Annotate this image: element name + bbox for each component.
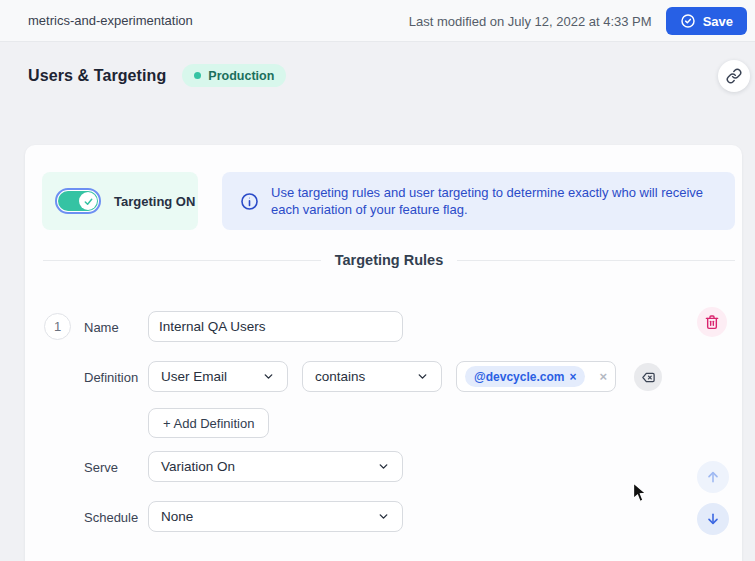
arrow-down-icon (705, 511, 721, 527)
environment-badge: Production (182, 64, 286, 87)
chevron-down-icon (377, 510, 390, 523)
targeting-toggle[interactable] (55, 188, 101, 214)
rule-name-input[interactable] (148, 311, 403, 342)
targeting-rules-title: Targeting Rules (335, 252, 444, 268)
chevron-down-icon (377, 460, 390, 473)
schedule-label: Schedule (84, 510, 138, 525)
save-button-label: Save (703, 14, 733, 29)
trash-icon (704, 314, 720, 330)
toggle-knob (79, 192, 97, 210)
rule-index-badge: 1 (44, 313, 71, 340)
save-button[interactable]: Save (666, 7, 747, 35)
move-rule-up-button[interactable] (697, 461, 729, 493)
toggle-track (58, 191, 98, 211)
comparator-select[interactable]: contains (302, 361, 442, 392)
value-tag-label: @devcycle.com (474, 370, 564, 384)
name-label: Name (84, 320, 119, 335)
divider-line-right (457, 260, 735, 261)
environment-dot-icon (194, 72, 201, 79)
info-banner: Use targeting rules and user targeting t… (222, 172, 735, 230)
divider-line-left (43, 260, 321, 261)
targeting-card: Targeting ON Use targeting rules and use… (25, 145, 742, 561)
link-icon (726, 68, 742, 84)
property-select[interactable]: User Email (148, 361, 288, 392)
last-modified-text: Last modified on July 12, 2022 at 4:33 P… (409, 14, 652, 29)
breadcrumb[interactable]: metrics-and-experimentation (28, 13, 193, 28)
schedule-select-value: None (161, 509, 193, 524)
topbar-right: Last modified on July 12, 2022 at 4:33 P… (409, 0, 747, 42)
targeting-toggle-box: Targeting ON (42, 172, 198, 230)
value-tag: @devcycle.com × (465, 366, 585, 387)
delete-rule-button[interactable] (697, 307, 727, 337)
definition-value-input[interactable]: @devcycle.com × × (456, 361, 616, 392)
targeting-rules-divider: Targeting Rules (43, 252, 735, 268)
serve-label: Serve (84, 460, 118, 475)
app-screen: metrics-and-experimentation Last modifie… (0, 0, 755, 561)
top-bar: metrics-and-experimentation Last modifie… (0, 0, 755, 42)
serve-select[interactable]: Variation On (148, 451, 403, 482)
chevron-down-icon (262, 370, 275, 383)
input-clear-icon[interactable]: × (599, 369, 607, 384)
info-icon (240, 192, 259, 211)
backspace-icon (641, 370, 656, 385)
info-banner-text: Use targeting rules and user targeting t… (271, 184, 719, 218)
environment-badge-label: Production (208, 69, 274, 83)
definition-label: Definition (84, 370, 138, 385)
add-definition-button[interactable]: + Add Definition (148, 408, 269, 438)
check-circle-icon (680, 13, 696, 29)
clear-values-button[interactable] (634, 363, 662, 391)
targeting-toggle-label: Targeting ON (114, 194, 195, 209)
arrow-up-icon (705, 469, 721, 485)
toggle-check-icon (83, 196, 94, 207)
serve-select-value: Variation On (161, 459, 235, 474)
comparator-select-value: contains (315, 369, 365, 384)
copy-link-button[interactable] (718, 60, 750, 92)
page-title: Users & Targeting (28, 67, 166, 85)
tag-remove-icon[interactable]: × (569, 370, 576, 384)
move-rule-down-button[interactable] (697, 503, 729, 535)
schedule-select[interactable]: None (148, 501, 403, 532)
page-header: Users & Targeting Production (28, 64, 286, 87)
property-select-value: User Email (161, 369, 227, 384)
chevron-down-icon (416, 370, 429, 383)
